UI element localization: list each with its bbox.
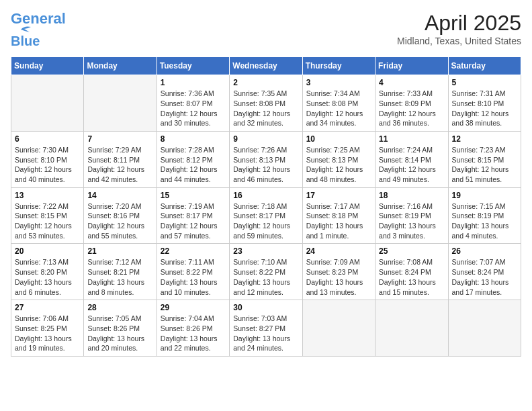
day-number: 2 <box>233 78 298 87</box>
day-number: 14 <box>87 191 152 200</box>
calendar-week-2: 6Sunrise: 7:30 AM Sunset: 8:10 PM Daylig… <box>11 131 521 187</box>
day-info: Sunrise: 7:29 AM Sunset: 8:11 PM Dayligh… <box>87 145 152 185</box>
calendar-cell: 2Sunrise: 7:35 AM Sunset: 8:08 PM Daylig… <box>230 75 302 132</box>
day-number: 9 <box>233 134 298 144</box>
day-number: 18 <box>379 191 444 200</box>
calendar-header-saturday: Saturday <box>448 57 521 75</box>
calendar-cell: 15Sunrise: 7:19 AM Sunset: 8:17 PM Dayli… <box>157 187 229 244</box>
day-number: 16 <box>233 191 298 200</box>
day-number: 12 <box>452 134 517 144</box>
day-info: Sunrise: 7:07 AM Sunset: 8:24 PM Dayligh… <box>452 257 517 297</box>
logo-blue-text: Blue <box>11 34 40 48</box>
day-info: Sunrise: 7:28 AM Sunset: 8:12 PM Dayligh… <box>161 145 226 185</box>
calendar-cell: 30Sunrise: 7:03 AM Sunset: 8:27 PM Dayli… <box>230 300 302 357</box>
day-info: Sunrise: 7:24 AM Sunset: 8:14 PM Dayligh… <box>379 145 444 185</box>
day-number: 1 <box>161 78 226 87</box>
calendar-cell <box>448 300 521 357</box>
day-info: Sunrise: 7:16 AM Sunset: 8:19 PM Dayligh… <box>379 201 444 241</box>
calendar-week-1: 1Sunrise: 7:36 AM Sunset: 8:07 PM Daylig… <box>11 75 521 132</box>
day-info: Sunrise: 7:26 AM Sunset: 8:13 PM Dayligh… <box>233 145 298 185</box>
day-number: 7 <box>87 134 152 144</box>
day-number: 25 <box>379 246 444 256</box>
calendar-cell: 16Sunrise: 7:18 AM Sunset: 8:17 PM Dayli… <box>230 187 302 244</box>
day-number: 27 <box>15 303 80 312</box>
calendar-header-row: SundayMondayTuesdayWednesdayThursdayFrid… <box>11 57 521 75</box>
calendar-cell: 3Sunrise: 7:34 AM Sunset: 8:08 PM Daylig… <box>302 75 375 132</box>
day-number: 28 <box>87 303 152 312</box>
calendar-cell: 11Sunrise: 7:24 AM Sunset: 8:14 PM Dayli… <box>375 131 448 187</box>
day-info: Sunrise: 7:31 AM Sunset: 8:10 PM Dayligh… <box>452 89 517 128</box>
calendar-cell: 21Sunrise: 7:12 AM Sunset: 8:21 PM Dayli… <box>84 244 157 300</box>
calendar-header-tuesday: Tuesday <box>157 57 229 75</box>
calendar-cell: 12Sunrise: 7:23 AM Sunset: 8:15 PM Dayli… <box>448 131 521 187</box>
calendar-cell: 17Sunrise: 7:17 AM Sunset: 8:18 PM Dayli… <box>302 187 375 244</box>
calendar-cell <box>375 300 448 357</box>
calendar-cell: 29Sunrise: 7:04 AM Sunset: 8:26 PM Dayli… <box>157 300 229 357</box>
day-number: 19 <box>452 191 517 200</box>
calendar-cell: 19Sunrise: 7:15 AM Sunset: 8:19 PM Dayli… <box>448 187 521 244</box>
calendar-header-thursday: Thursday <box>302 57 375 75</box>
calendar-header-wednesday: Wednesday <box>230 57 302 75</box>
calendar-cell: 20Sunrise: 7:13 AM Sunset: 8:20 PM Dayli… <box>11 244 84 300</box>
calendar-cell: 25Sunrise: 7:08 AM Sunset: 8:24 PM Dayli… <box>375 244 448 300</box>
logo-text: General <box>11 10 66 27</box>
day-number: 10 <box>306 134 371 144</box>
calendar-cell: 7Sunrise: 7:29 AM Sunset: 8:11 PM Daylig… <box>84 131 157 187</box>
day-number: 29 <box>161 303 226 312</box>
day-number: 11 <box>379 134 444 144</box>
day-number: 17 <box>306 191 371 200</box>
day-number: 15 <box>161 191 226 200</box>
day-info: Sunrise: 7:22 AM Sunset: 8:15 PM Dayligh… <box>15 201 80 241</box>
calendar-cell: 14Sunrise: 7:20 AM Sunset: 8:16 PM Dayli… <box>84 187 157 244</box>
day-number: 4 <box>379 78 444 87</box>
day-number: 3 <box>306 78 371 87</box>
title-block: April 2025 Midland, Texas, United States <box>397 11 521 46</box>
day-info: Sunrise: 7:08 AM Sunset: 8:24 PM Dayligh… <box>379 257 444 297</box>
calendar-body: 1Sunrise: 7:36 AM Sunset: 8:07 PM Daylig… <box>11 75 521 357</box>
logo: General Blue <box>11 11 66 48</box>
calendar-cell: 26Sunrise: 7:07 AM Sunset: 8:24 PM Dayli… <box>448 244 521 300</box>
day-number: 21 <box>87 246 152 256</box>
day-number: 5 <box>452 78 517 87</box>
day-number: 30 <box>233 303 298 312</box>
day-number: 22 <box>161 246 226 256</box>
calendar-cell: 6Sunrise: 7:30 AM Sunset: 8:10 PM Daylig… <box>11 131 84 187</box>
day-info: Sunrise: 7:33 AM Sunset: 8:09 PM Dayligh… <box>379 89 444 128</box>
day-info: Sunrise: 7:34 AM Sunset: 8:08 PM Dayligh… <box>306 89 371 128</box>
day-info: Sunrise: 7:03 AM Sunset: 8:27 PM Dayligh… <box>233 314 298 353</box>
day-info: Sunrise: 7:20 AM Sunset: 8:16 PM Dayligh… <box>87 201 152 241</box>
day-info: Sunrise: 7:15 AM Sunset: 8:19 PM Dayligh… <box>452 201 517 241</box>
month-title: April 2025 <box>397 11 521 36</box>
calendar-cell: 23Sunrise: 7:10 AM Sunset: 8:22 PM Dayli… <box>230 244 302 300</box>
day-info: Sunrise: 7:12 AM Sunset: 8:21 PM Dayligh… <box>87 257 152 297</box>
day-info: Sunrise: 7:19 AM Sunset: 8:17 PM Dayligh… <box>161 201 226 241</box>
location: Midland, Texas, United States <box>397 36 521 46</box>
day-info: Sunrise: 7:23 AM Sunset: 8:15 PM Dayligh… <box>452 145 517 185</box>
day-number: 13 <box>15 191 80 200</box>
day-info: Sunrise: 7:30 AM Sunset: 8:10 PM Dayligh… <box>15 145 80 185</box>
calendar-cell: 28Sunrise: 7:05 AM Sunset: 8:26 PM Dayli… <box>84 300 157 357</box>
day-info: Sunrise: 7:25 AM Sunset: 8:13 PM Dayligh… <box>306 145 371 185</box>
calendar-cell: 4Sunrise: 7:33 AM Sunset: 8:09 PM Daylig… <box>375 75 448 132</box>
day-info: Sunrise: 7:11 AM Sunset: 8:22 PM Dayligh… <box>161 257 226 297</box>
calendar-cell: 9Sunrise: 7:26 AM Sunset: 8:13 PM Daylig… <box>230 131 302 187</box>
calendar-table: SundayMondayTuesdayWednesdayThursdayFrid… <box>11 56 521 357</box>
calendar-week-5: 27Sunrise: 7:06 AM Sunset: 8:25 PM Dayli… <box>11 300 521 357</box>
calendar-cell: 8Sunrise: 7:28 AM Sunset: 8:12 PM Daylig… <box>157 131 229 187</box>
day-number: 24 <box>306 246 371 256</box>
day-info: Sunrise: 7:13 AM Sunset: 8:20 PM Dayligh… <box>15 257 80 297</box>
day-info: Sunrise: 7:06 AM Sunset: 8:25 PM Dayligh… <box>15 314 80 353</box>
day-info: Sunrise: 7:05 AM Sunset: 8:26 PM Dayligh… <box>87 314 152 353</box>
calendar-cell <box>302 300 375 357</box>
calendar-cell: 10Sunrise: 7:25 AM Sunset: 8:13 PM Dayli… <box>302 131 375 187</box>
day-number: 8 <box>161 134 226 144</box>
calendar-cell <box>84 75 157 132</box>
day-number: 26 <box>452 246 517 256</box>
calendar-cell: 24Sunrise: 7:09 AM Sunset: 8:23 PM Dayli… <box>302 244 375 300</box>
calendar-cell: 22Sunrise: 7:11 AM Sunset: 8:22 PM Dayli… <box>157 244 229 300</box>
calendar-week-3: 13Sunrise: 7:22 AM Sunset: 8:15 PM Dayli… <box>11 187 521 244</box>
calendar-cell: 5Sunrise: 7:31 AM Sunset: 8:10 PM Daylig… <box>448 75 521 132</box>
day-info: Sunrise: 7:35 AM Sunset: 8:08 PM Dayligh… <box>233 89 298 128</box>
calendar-cell: 18Sunrise: 7:16 AM Sunset: 8:19 PM Dayli… <box>375 187 448 244</box>
day-number: 20 <box>15 246 80 256</box>
